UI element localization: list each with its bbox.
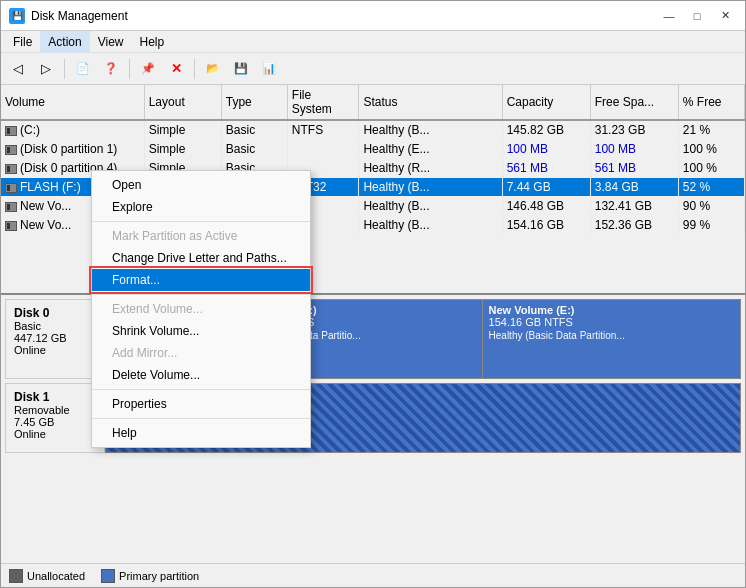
col-header-layout: Layout xyxy=(144,85,221,120)
cell-capacity: 100 MB xyxy=(502,140,590,159)
disk-icon xyxy=(5,145,17,155)
cell-free: 3.84 GB xyxy=(590,178,678,197)
toolbar: ◁ ▷ 📄 ❓ 📌 ✕ 📂 💾 📊 xyxy=(1,53,745,85)
partition-e-name: New Volume (E:) xyxy=(489,304,734,316)
toolbar-btn-1[interactable]: 📄 xyxy=(70,56,96,82)
col-header-pct: % Free xyxy=(678,85,744,120)
cell-pct: 99 % xyxy=(678,216,744,235)
ctx-sep-2 xyxy=(92,294,310,295)
disk-0-name: Disk 0 xyxy=(14,306,96,320)
ctx-change-drive[interactable]: Change Drive Letter and Paths... xyxy=(92,247,310,269)
toolbar-btn-3[interactable]: 📌 xyxy=(135,56,161,82)
cell-status: Healthy (B... xyxy=(359,197,502,216)
cell-capacity: 154.16 GB xyxy=(502,216,590,235)
ctx-extend: Extend Volume... xyxy=(92,298,310,320)
col-header-status: Status xyxy=(359,85,502,120)
toolbar-sep-1 xyxy=(64,59,65,79)
ctx-add-mirror: Add Mirror... xyxy=(92,342,310,364)
cell-status: Healthy (B... xyxy=(359,216,502,235)
ctx-explore[interactable]: Explore xyxy=(92,196,310,218)
disk-icon xyxy=(5,126,17,136)
ctx-sep-1 xyxy=(92,221,310,222)
window-title: Disk Management xyxy=(31,9,128,23)
ctx-delete[interactable]: Delete Volume... xyxy=(92,364,310,386)
disk-1-name: Disk 1 xyxy=(14,390,96,404)
cell-free: 100 MB xyxy=(590,140,678,159)
cell-capacity: 145.82 GB xyxy=(502,120,590,140)
ctx-sep-3 xyxy=(92,389,310,390)
main-content: Volume Layout Type File System Status Ca… xyxy=(1,85,745,587)
disk-icon xyxy=(5,164,17,174)
cell-capacity: 146.48 GB xyxy=(502,197,590,216)
title-bar-left: 💾 Disk Management xyxy=(9,8,128,24)
partition-e-status: Healthy (Basic Data Partition... xyxy=(489,330,734,341)
disk-icon xyxy=(5,221,17,231)
ctx-mark-active: Mark Partition as Active xyxy=(92,225,310,247)
cell-status: Healthy (B... xyxy=(359,120,502,140)
ctx-format[interactable]: Format... xyxy=(92,269,310,291)
window-controls: — □ ✕ xyxy=(657,6,737,26)
toolbar-btn-6[interactable]: 💾 xyxy=(228,56,254,82)
minimize-button[interactable]: — xyxy=(657,6,681,26)
cell-capacity: 7.44 GB xyxy=(502,178,590,197)
cell-type: Basic xyxy=(221,120,287,140)
toolbar-sep-3 xyxy=(194,59,195,79)
col-header-free: Free Spa... xyxy=(590,85,678,120)
main-window: 💾 Disk Management — □ ✕ File Action View… xyxy=(0,0,746,588)
cell-capacity: 561 MB xyxy=(502,159,590,178)
cell-pct: 100 % xyxy=(678,159,744,178)
cell-volume: (Disk 0 partition 1) xyxy=(1,140,144,159)
col-header-capacity: Capacity xyxy=(502,85,590,120)
context-menu: Open Explore Mark Partition as Active Ch… xyxy=(91,170,311,448)
cell-layout: Simple xyxy=(144,120,221,140)
cell-volume: (C:) xyxy=(1,120,144,140)
disk-0-size: 447.12 GB xyxy=(14,332,96,344)
forward-button[interactable]: ▷ xyxy=(33,56,59,82)
menu-view[interactable]: View xyxy=(90,31,132,53)
cell-free: 132.41 GB xyxy=(590,197,678,216)
cell-pct: 21 % xyxy=(678,120,744,140)
title-bar: 💾 Disk Management — □ ✕ xyxy=(1,1,745,31)
legend-unallocated: Unallocated xyxy=(9,569,85,583)
legend-primary: Primary partition xyxy=(101,569,199,583)
cell-free: 152.36 GB xyxy=(590,216,678,235)
toolbar-btn-5[interactable]: 📂 xyxy=(200,56,226,82)
maximize-button[interactable]: □ xyxy=(685,6,709,26)
menu-action[interactable]: Action xyxy=(40,31,89,53)
menu-help[interactable]: Help xyxy=(132,31,173,53)
legend-primary-label: Primary partition xyxy=(119,570,199,582)
cell-status: Healthy (B... xyxy=(359,178,502,197)
ctx-sep-4 xyxy=(92,418,310,419)
disk-icon xyxy=(5,183,17,193)
cell-type: Basic xyxy=(221,140,287,159)
back-button[interactable]: ◁ xyxy=(5,56,31,82)
ctx-help[interactable]: Help xyxy=(92,422,310,444)
ctx-shrink[interactable]: Shrink Volume... xyxy=(92,320,310,342)
toolbar-btn-7[interactable]: 📊 xyxy=(256,56,282,82)
cell-free: 561 MB xyxy=(590,159,678,178)
legend-unallocated-label: Unallocated xyxy=(27,570,85,582)
toolbar-btn-4[interactable]: ✕ xyxy=(163,56,189,82)
cell-free: 31.23 GB xyxy=(590,120,678,140)
cell-fs xyxy=(287,140,359,159)
close-button[interactable]: ✕ xyxy=(713,6,737,26)
ctx-open[interactable]: Open xyxy=(92,174,310,196)
menu-file[interactable]: File xyxy=(5,31,40,53)
app-icon: 💾 xyxy=(9,8,25,24)
disk-icon xyxy=(5,202,17,212)
ctx-properties[interactable]: Properties xyxy=(92,393,310,415)
partition-e[interactable]: New Volume (E:) 154.16 GB NTFS Healthy (… xyxy=(483,300,740,378)
legend-primary-swatch xyxy=(101,569,115,583)
cell-status: Healthy (R... xyxy=(359,159,502,178)
disk-1-status: Online xyxy=(14,428,96,440)
cell-status: Healthy (E... xyxy=(359,140,502,159)
cell-pct: 100 % xyxy=(678,140,744,159)
col-header-volume: Volume xyxy=(1,85,144,120)
disk-0-label: Disk 0 Basic 447.12 GB Online xyxy=(5,299,105,379)
cell-layout: Simple xyxy=(144,140,221,159)
toolbar-sep-2 xyxy=(129,59,130,79)
toolbar-btn-2[interactable]: ❓ xyxy=(98,56,124,82)
cell-pct: 90 % xyxy=(678,197,744,216)
cell-pct: 52 % xyxy=(678,178,744,197)
legend-unallocated-swatch xyxy=(9,569,23,583)
